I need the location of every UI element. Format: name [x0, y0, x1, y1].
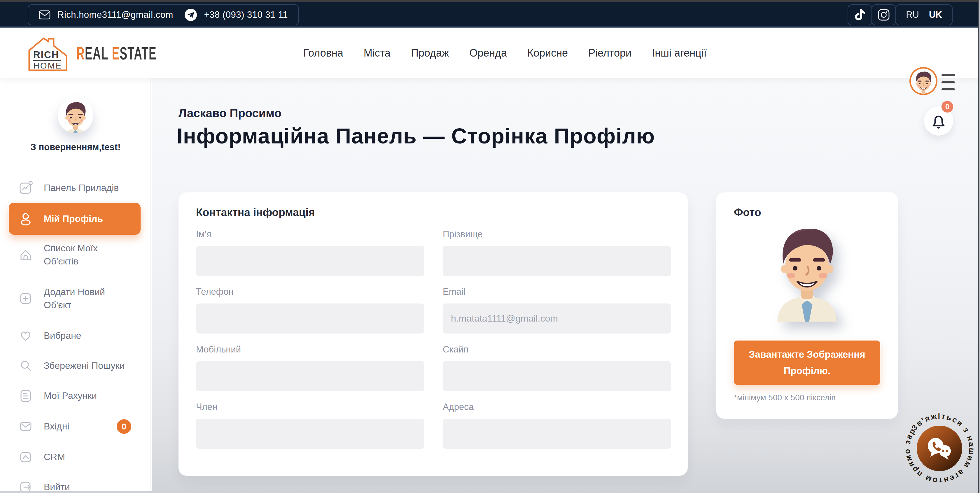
logo-wordmark: REAL ESTATE: [76, 43, 157, 64]
field-first-name: Ім'я: [196, 229, 425, 276]
phone-input[interactable]: [196, 304, 425, 334]
telegram-icon[interactable]: [185, 8, 197, 21]
field-member: Член: [196, 402, 425, 449]
field-phone: Телефон: [196, 286, 425, 334]
photo-card: Фото Завантажте Зображення Профілю. *мін…: [716, 192, 898, 419]
mail-icon: [19, 419, 33, 433]
sidebar-item-add-new-listing[interactable]: Додати Новий Об'єкт: [19, 285, 127, 312]
nav-other-agencies[interactable]: Інші агенції: [652, 47, 707, 59]
sidebar-item-inbox[interactable]: Вхідні: [19, 419, 127, 433]
sidebar-item-crm[interactable]: CRM: [19, 450, 127, 464]
notifications-badge: 0: [942, 101, 953, 113]
sidebar-item-my-profile[interactable]: Мій Профіль: [9, 203, 141, 235]
nav-useful[interactable]: Корисне: [527, 47, 568, 59]
tiktok-icon: [854, 8, 866, 22]
field-email: Email: [443, 286, 671, 334]
email-input[interactable]: [443, 304, 671, 334]
field-last-name: Прізвище: [443, 229, 671, 276]
sidebar-item-my-invoices[interactable]: Мої Рахунки: [19, 389, 127, 402]
profile-photo-placeholder: [766, 223, 848, 323]
house-icon: [19, 248, 33, 262]
header: RICH HOME REAL ESTATE Головна Міста Прод…: [0, 28, 980, 78]
plus-square-icon: [19, 291, 33, 305]
nav-cities[interactable]: Міста: [364, 47, 391, 59]
svg-text:Зв'яжіться з нашим агентом пря: Зв'яжіться з нашим агентом прямо зараз.: [903, 412, 976, 485]
last-name-input[interactable]: [443, 246, 671, 276]
sidebar-item-saved-searches[interactable]: Збережені Пошуки: [19, 359, 127, 372]
field-address: Адреса: [443, 402, 671, 449]
topbar: Rich.home3111@gmail.com +38 (093) 310 31…: [0, 2, 980, 28]
instagram-button[interactable]: [872, 4, 896, 25]
page-title: Інформаційна Панель — Сторінка Профілю: [177, 124, 655, 148]
first-name-input[interactable]: [196, 246, 425, 276]
field-skype: Скайп: [443, 344, 671, 391]
bell-icon: [931, 113, 946, 129]
heart-icon: [19, 329, 33, 343]
nav-realtors[interactable]: Ріелтори: [588, 47, 632, 59]
topbar-email[interactable]: Rich.home3111@gmail.com: [57, 10, 173, 20]
header-avatar[interactable]: [909, 67, 937, 95]
sidebar-welcome-text: З поверненням,test!: [0, 142, 151, 153]
sidebar-avatar: [58, 98, 93, 133]
window-top-edge: [0, 0, 980, 2]
photo-size-note: *мінімум 500 x 500 пікселів: [734, 393, 835, 402]
field-label: Email: [443, 286, 671, 297]
main-nav: Головна Міста Продаж Оренда Корисне Ріел…: [303, 28, 707, 78]
tiktok-button[interactable]: [848, 4, 872, 25]
field-label: Мобільний: [196, 344, 425, 355]
inbox-badge: 0: [117, 419, 131, 434]
field-label: Адреса: [443, 402, 671, 412]
field-mobile: Мобільний: [196, 344, 425, 391]
contact-info-heading: Контактна інформація: [196, 207, 315, 219]
language-switcher: RU UK: [896, 4, 953, 25]
field-label: Ім'я: [196, 229, 425, 240]
topbar-right: RU UK: [848, 4, 953, 25]
topbar-contact-box: Rich.home3111@gmail.com +38 (093) 310 31…: [28, 4, 299, 25]
instagram-icon: [877, 8, 890, 21]
contact-agent-circular-text: Зв'яжіться з нашим агентом прямо зараз.: [903, 412, 976, 485]
svg-text:HOME: HOME: [33, 61, 62, 70]
contact-info-card: Контактна інформація Ім'я Прізвище Телеф…: [178, 192, 688, 476]
chevron-up-square-icon: [19, 450, 33, 464]
svg-text:RICH: RICH: [33, 49, 59, 60]
logo-house-icon: RICH HOME: [25, 34, 70, 72]
welcome-label: Ласкаво Просимо: [178, 107, 282, 120]
search-icon: [19, 359, 33, 372]
sidebar: З поверненням,test! Панель Приладів Мій …: [0, 78, 151, 493]
invoice-icon: [19, 389, 33, 402]
mobile-input[interactable]: [196, 361, 425, 391]
photo-heading: Фото: [734, 207, 761, 219]
sidebar-item-dashboard[interactable]: Панель Приладів: [19, 181, 127, 195]
address-input[interactable]: [443, 419, 671, 449]
field-label: Скайп: [443, 344, 671, 355]
menu-hamburger-icon[interactable]: [942, 74, 955, 91]
member-input[interactable]: [196, 419, 425, 449]
envelope-icon: [39, 10, 51, 20]
topbar-phone[interactable]: +38 (093) 310 31 11: [204, 10, 288, 20]
field-label: Член: [196, 402, 425, 412]
skype-input[interactable]: [443, 361, 671, 391]
field-label: Телефон: [196, 286, 425, 297]
field-label: Прізвище: [443, 229, 671, 240]
nav-home[interactable]: Головна: [303, 47, 343, 59]
window-bottom-edge: [0, 491, 980, 493]
logo[interactable]: RICH HOME REAL ESTATE: [25, 28, 205, 78]
page: Rich.home3111@gmail.com +38 (093) 310 31…: [0, 0, 980, 493]
user-icon: [19, 212, 33, 226]
sidebar-item-my-listings[interactable]: Список Моїх Об'єктів: [19, 242, 127, 268]
sidebar-item-favorites[interactable]: Вибране: [19, 329, 127, 343]
lang-ru[interactable]: RU: [906, 10, 919, 20]
nav-rent[interactable]: Оренда: [469, 47, 507, 59]
lang-uk[interactable]: UK: [929, 10, 942, 20]
dashboard-icon: [19, 181, 33, 195]
nav-sale[interactable]: Продаж: [411, 47, 449, 59]
contact-agent-widget[interactable]: Зв'яжіться з нашим агентом прямо зараз.: [903, 412, 976, 485]
upload-profile-image-button[interactable]: Завантажте Зображення Профілю.: [734, 340, 880, 385]
